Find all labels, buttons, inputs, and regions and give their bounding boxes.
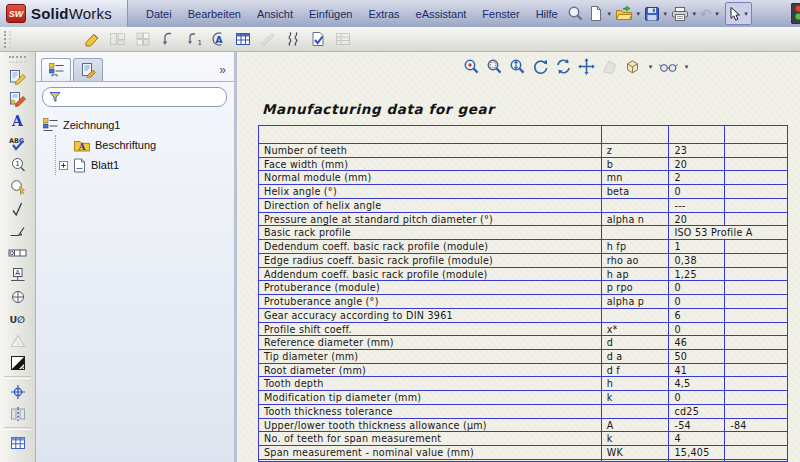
- value-cell[interactable]: 4: [669, 432, 725, 445]
- symbol-cell[interactable]: d: [602, 336, 670, 349]
- param-name-cell[interactable]: Normal module (mm): [259, 171, 602, 184]
- symbol-cell[interactable]: alpha p: [602, 295, 670, 308]
- param-name-cell[interactable]: Span measurement - nominal value (mm): [259, 446, 602, 459]
- param-name-cell[interactable]: Root diameter (mm): [259, 364, 602, 377]
- value2-cell[interactable]: [725, 446, 787, 459]
- value-cell[interactable]: 2: [669, 171, 725, 184]
- symbol-cell[interactable]: h fp: [602, 240, 670, 253]
- linked-note-icon[interactable]: [3, 88, 33, 110]
- rotate-view-icon[interactable]: [531, 57, 550, 76]
- value2-cell[interactable]: -84: [725, 419, 787, 432]
- menu-extras[interactable]: Extras: [360, 3, 407, 25]
- table-row[interactable]: Tooth depthh4,5: [259, 376, 787, 390]
- tree-item-drawing-root[interactable]: Zeichnung1: [42, 115, 232, 135]
- datum-feature-icon[interactable]: A: [3, 264, 33, 286]
- zoom-to-area-icon[interactable]: [485, 57, 504, 76]
- table-row[interactable]: Modification tip diameter (mm)k0: [259, 390, 787, 404]
- table-row[interactable]: Profile shift coeff.x*0: [259, 322, 787, 336]
- symbol-cell[interactable]: beta: [602, 185, 670, 198]
- undo-dropdown[interactable]: ▾: [712, 10, 721, 18]
- value-cell[interactable]: 1,25: [669, 268, 725, 281]
- value2-cell[interactable]: [725, 281, 787, 294]
- symbol-cell[interactable]: WK: [602, 446, 670, 459]
- value-cell[interactable]: 46: [669, 336, 725, 349]
- drawing-table-title[interactable]: Manufacturing data for gear: [262, 101, 494, 117]
- menu-fenster[interactable]: Fenster: [474, 3, 527, 25]
- display-style-dropdown[interactable]: ▾: [646, 63, 655, 71]
- symbol-cell[interactable]: A: [602, 419, 670, 432]
- menu-ansicht[interactable]: Ansicht: [249, 3, 301, 25]
- value2-cell[interactable]: [725, 309, 787, 322]
- param-name-cell[interactable]: Direction of helix angle: [259, 199, 602, 212]
- value-cell[interactable]: 20: [669, 213, 725, 226]
- symbol-cell[interactable]: p rpo: [602, 281, 670, 294]
- table-row[interactable]: Normal module (mm)mn2: [259, 170, 787, 184]
- select-tool-dropdown[interactable]: ▾: [741, 10, 750, 18]
- param-name-cell[interactable]: Modification tip diameter (mm): [259, 391, 602, 404]
- value-cell[interactable]: 0: [669, 295, 725, 308]
- symbol-cell[interactable]: h ap: [602, 268, 670, 281]
- print-icon[interactable]: [670, 3, 690, 25]
- param-name-cell[interactable]: Reference diameter (mm): [259, 336, 602, 349]
- value2-cell[interactable]: [725, 268, 787, 281]
- param-name-cell[interactable]: Addendum coeff. basic rack profile (modu…: [259, 268, 602, 281]
- table-row[interactable]: Gear accuracy according to DIN 39616: [259, 308, 787, 322]
- menu-bearbeiten[interactable]: Bearbeiten: [180, 3, 249, 25]
- table-row[interactable]: Root diameter (mm)d f41: [259, 363, 787, 377]
- note-circle-a-icon[interactable]: A: [205, 28, 230, 50]
- param-name-cell[interactable]: [259, 126, 602, 143]
- zoom-in-out-icon[interactable]: [508, 57, 527, 76]
- value-cell[interactable]: 23: [669, 144, 725, 157]
- value-cell[interactable]: cd25: [669, 405, 725, 418]
- redraw-icon[interactable]: [554, 57, 573, 76]
- param-name-cell[interactable]: No. of teeth for span measurement: [259, 432, 602, 445]
- table-row[interactable]: Protuberance (module)p rpo0: [259, 280, 787, 294]
- value2-cell[interactable]: [725, 350, 787, 363]
- symbol-cell[interactable]: [602, 126, 670, 143]
- traffic-light-icon[interactable]: [791, 3, 800, 28]
- value2-cell[interactable]: [725, 336, 787, 349]
- param-name-cell[interactable]: Basic rack profile: [259, 226, 602, 239]
- table-row[interactable]: Tooth thickness tolerancecd25: [259, 404, 787, 418]
- value-cell[interactable]: 0: [669, 391, 725, 404]
- symbol-cell[interactable]: d f: [602, 364, 670, 377]
- value-cell[interactable]: ISO 53 Profile A: [669, 226, 787, 239]
- value2-cell[interactable]: [725, 144, 787, 157]
- value-cell[interactable]: 6: [669, 309, 725, 322]
- print-dropdown[interactable]: ▾: [690, 10, 699, 18]
- menu-hilfe[interactable]: Hilfe: [528, 3, 566, 25]
- search-icon[interactable]: [566, 3, 585, 25]
- symbol-cell[interactable]: rho ao: [602, 254, 670, 267]
- symbol-cell[interactable]: alpha n: [602, 213, 670, 226]
- symbol-cell[interactable]: x*: [602, 323, 670, 336]
- tables-icon[interactable]: [3, 432, 33, 454]
- value2-cell[interactable]: [725, 126, 787, 143]
- symbol-cell[interactable]: k: [602, 432, 670, 445]
- param-name-cell[interactable]: Face width (mm): [259, 158, 602, 171]
- table-grid-icon[interactable]: [230, 28, 255, 50]
- table-row[interactable]: No. of teeth for span measurementk4: [259, 431, 787, 445]
- value2-cell[interactable]: [725, 185, 787, 198]
- graphics-area[interactable]: ▾▾ Manufacturing data for gear Number of…: [240, 52, 800, 462]
- value-cell[interactable]: -54: [669, 419, 725, 432]
- new-document-dropdown[interactable]: ▾: [605, 10, 614, 18]
- value-cell[interactable]: 41: [669, 364, 725, 377]
- value-cell[interactable]: 0,38: [669, 254, 725, 267]
- rotate-90-icon[interactable]: 1: [180, 28, 205, 50]
- value2-cell[interactable]: [725, 240, 787, 253]
- panel-collapse-chevron[interactable]: »: [219, 63, 228, 81]
- value2-cell[interactable]: [725, 364, 787, 377]
- value2-cell[interactable]: [725, 391, 787, 404]
- hide-show-items-dropdown[interactable]: ▾: [682, 63, 691, 71]
- param-name-cell[interactable]: Helix angle (°): [259, 185, 602, 198]
- value2-cell[interactable]: [725, 158, 787, 171]
- new-document-icon[interactable]: [587, 3, 605, 25]
- edit-sheet-format-icon[interactable]: [80, 28, 105, 50]
- table-row[interactable]: Number of teethz23: [259, 143, 787, 157]
- param-name-cell[interactable]: Edge radius coeff. basic rack profile (m…: [259, 254, 602, 267]
- symbol-cell[interactable]: [602, 199, 670, 212]
- symbol-cell[interactable]: mn: [602, 171, 670, 184]
- value-cell[interactable]: 15,405: [669, 446, 725, 459]
- datum-target-icon[interactable]: [3, 286, 33, 308]
- note-icon[interactable]: [3, 66, 33, 88]
